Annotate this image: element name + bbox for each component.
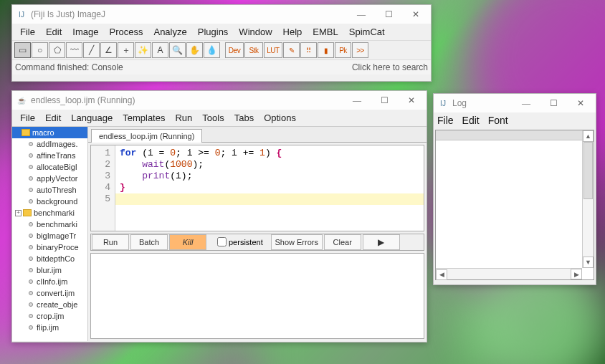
tree-item[interactable]: bitdepthCo <box>12 253 87 264</box>
menu-window[interactable]: Window <box>234 24 277 40</box>
tree-item[interactable]: clInfo.ijm <box>12 276 87 287</box>
close-button[interactable]: ✕ <box>568 96 593 110</box>
tree-item[interactable]: autoThresh <box>12 184 87 196</box>
play-button[interactable]: ▶ <box>363 234 400 250</box>
tree-item[interactable]: blur.ijm <box>12 264 87 276</box>
spray-tool-icon[interactable]: ⠿ <box>300 42 317 58</box>
menu-tools[interactable]: Tools <box>197 110 229 126</box>
file-icon <box>29 142 33 146</box>
maximize-button[interactable]: ☐ <box>372 93 396 107</box>
menu-file[interactable]: File <box>15 110 40 126</box>
expander-icon[interactable]: + <box>15 210 22 216</box>
maximize-button[interactable]: ☐ <box>376 7 401 21</box>
angle-tool-icon[interactable]: ∠ <box>100 42 117 58</box>
tree-folder-macro[interactable]: macro <box>12 127 87 138</box>
menu-edit[interactable]: Edit <box>41 24 67 40</box>
output-panel[interactable] <box>90 253 424 340</box>
persistent-checkbox-input[interactable] <box>217 237 227 246</box>
tree-item[interactable]: background <box>12 196 87 207</box>
code-editor[interactable]: 12345 for (i = 0; i >= 0; i += 1) { wait… <box>90 145 424 231</box>
tree-item[interactable]: benchmarki <box>12 219 87 230</box>
scroll-left-icon[interactable]: ◀ <box>436 269 447 280</box>
tree-item[interactable]: +benchmarki <box>12 207 87 219</box>
file-icon <box>29 153 33 158</box>
close-button[interactable]: ✕ <box>404 7 428 21</box>
menu-templates[interactable]: Templates <box>118 110 170 126</box>
magnifier-tool-icon[interactable]: 🔍 <box>169 42 186 58</box>
tree-item[interactable]: crop.ijm <box>12 310 87 322</box>
file-icon <box>29 291 33 295</box>
crosshair-tool-icon[interactable]: ＋ <box>118 42 134 58</box>
menu-embl[interactable]: EMBL <box>308 24 343 40</box>
clear-button[interactable]: Clear <box>324 234 361 250</box>
more-tool-icon[interactable]: >> <box>352 42 368 58</box>
close-button[interactable]: ✕ <box>399 93 424 107</box>
menu-tabs[interactable]: Tabs <box>229 110 259 126</box>
minimize-button[interactable]: — <box>349 7 373 21</box>
menu-edit[interactable]: Edit <box>461 113 487 128</box>
scroll-thumb[interactable] <box>583 142 593 199</box>
scrollbar-vertical[interactable]: ▲ ▼ <box>582 130 594 268</box>
text-tool-icon[interactable]: A <box>152 42 168 58</box>
poly-tool-icon[interactable]: ⬠ <box>49 42 65 58</box>
minimize-button[interactable]: — <box>345 93 369 107</box>
line-tool-icon[interactable]: ╱ <box>83 42 100 58</box>
show-errors-button[interactable]: Show Errors <box>271 234 323 250</box>
maximize-button[interactable]: ☐ <box>541 96 566 110</box>
tree-item[interactable]: create_obje <box>12 299 87 310</box>
editor-menubar: FileEditLanguageTemplatesRunToolsTabsOpt… <box>12 110 427 126</box>
run-button[interactable]: Run <box>92 234 129 250</box>
scroll-right-icon[interactable]: ▶ <box>571 269 582 279</box>
batch-button[interactable]: Batch <box>130 234 168 250</box>
stk-button[interactable]: Stk <box>244 42 263 58</box>
menu-spimcat[interactable]: SpimCat <box>344 24 390 40</box>
menu-font[interactable]: Font <box>487 113 515 128</box>
menu-run[interactable]: Run <box>170 110 197 126</box>
kill-button[interactable]: Kill <box>169 234 206 250</box>
menu-plugins[interactable]: Plugins <box>193 24 234 40</box>
tree-item[interactable]: binaryProce <box>12 241 87 253</box>
hand-tool-icon[interactable]: ✋ <box>186 42 203 58</box>
lut-button[interactable]: LUT <box>264 42 282 58</box>
tab-current-file[interactable]: endless_loop.ijm (Running) <box>91 129 202 143</box>
menu-file[interactable]: File <box>436 113 461 128</box>
tree-item[interactable]: addImages. <box>12 138 87 150</box>
template-tree[interactable]: macroaddImages.affineTransallocateBigIap… <box>12 127 88 341</box>
menu-file[interactable]: File <box>15 24 40 40</box>
log-titlebar[interactable]: IJ Log — ☐ ✕ <box>434 94 596 112</box>
minimize-button[interactable]: — <box>514 96 538 110</box>
tree-item[interactable]: applyVector <box>12 173 87 184</box>
dropper-tool-icon[interactable]: 💧 <box>204 42 220 58</box>
pk-tool-icon[interactable]: Pk <box>335 42 351 58</box>
editor-titlebar[interactable]: ☕ endless_loop.ijm (Running) — ☐ ✕ <box>12 91 427 110</box>
menu-options[interactable]: Options <box>259 110 301 126</box>
log-text-area[interactable]: ▲ ▼ ◀ ▶ <box>435 130 594 280</box>
freehand-tool-icon[interactable]: 〰 <box>66 42 82 58</box>
tree-item[interactable]: flip.ijm <box>12 322 87 333</box>
tree-item[interactable]: bigImageTr <box>12 230 87 241</box>
scroll-down-icon[interactable]: ▼ <box>583 257 594 268</box>
tree-item[interactable]: allocateBigI <box>12 161 87 173</box>
tree-item[interactable]: affineTrans <box>12 150 87 161</box>
wand-tool-icon[interactable]: ✨ <box>135 42 151 58</box>
scroll-up-icon[interactable]: ▲ <box>583 130 594 142</box>
menu-process[interactable]: Process <box>105 24 148 40</box>
dev-button[interactable]: Dev <box>225 42 244 58</box>
pencil-tool-icon[interactable]: ✎ <box>283 42 300 58</box>
persistent-checkbox[interactable]: persistent <box>214 235 263 249</box>
menu-language[interactable]: Language <box>66 110 118 126</box>
folder-icon <box>23 209 32 216</box>
scrollbar-horizontal[interactable]: ◀ ▶ <box>436 268 582 279</box>
menu-edit[interactable]: Edit <box>40 110 66 126</box>
oval-tool-icon[interactable]: ○ <box>32 42 48 58</box>
menu-image[interactable]: Image <box>67 24 103 40</box>
editor-title: endless_loop.ijm (Running) <box>31 95 345 105</box>
paint-tool-icon[interactable]: ▮ <box>318 42 334 58</box>
tree-item[interactable]: convert.ijm <box>12 287 87 299</box>
imagej-titlebar[interactable]: IJ (Fiji Is Just) ImageJ — ☐ ✕ <box>12 5 431 24</box>
rect-tool-icon[interactable]: ▭ <box>14 42 31 58</box>
status-search[interactable]: Click here to search <box>352 62 428 72</box>
menu-help[interactable]: Help <box>278 24 308 40</box>
code-source[interactable]: for (i = 0; i >= 0; i += 1) { wait(1000)… <box>115 145 424 231</box>
menu-analyze[interactable]: Analyze <box>148 24 191 40</box>
